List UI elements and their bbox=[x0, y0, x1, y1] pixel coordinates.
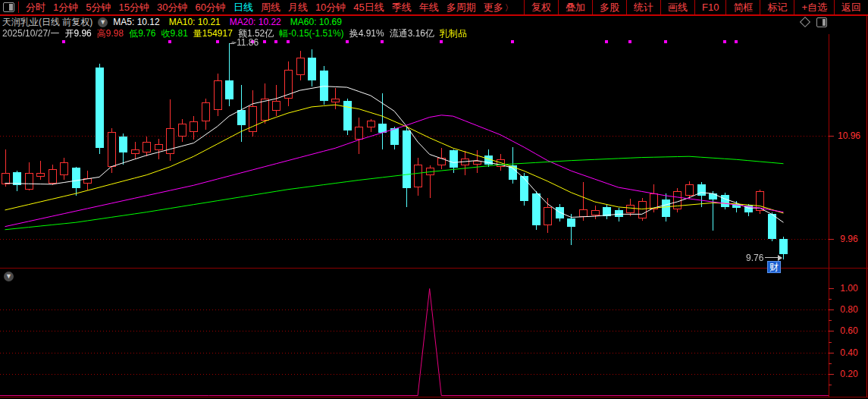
indicator-axis-tick bbox=[829, 385, 832, 385]
menu-item-period-9[interactable]: 10分钟 bbox=[315, 0, 346, 14]
toolbar-divider bbox=[18, 2, 19, 13]
chart-header-row: 天润乳业(日线 前复权) ▼ MA5: 10.12MA10: 10.21MA20… bbox=[0, 16, 868, 28]
indicator-axis-label-4: 0.20 bbox=[832, 369, 866, 379]
indicator-axis-tick bbox=[829, 331, 834, 331]
ma-value-label-0: MA5: 10.12 bbox=[113, 17, 159, 27]
chevron-right-icon: 〉 bbox=[505, 3, 513, 12]
split-window-icon[interactable] bbox=[816, 17, 827, 27]
tool-button-9[interactable]: 返回 bbox=[834, 0, 868, 14]
indicator-axis-label-2: 0.60 bbox=[832, 325, 866, 336]
ma-value-label-3: MA60: 10.69 bbox=[290, 17, 342, 27]
axis-tick bbox=[829, 239, 834, 240]
indicator-axis-tick bbox=[829, 299, 832, 300]
ma-value-label-2: MA20: 10.22 bbox=[230, 17, 281, 27]
low-price-annotation: 9.76 bbox=[746, 253, 763, 263]
quote-segment-0: 2025/10/27/一 bbox=[2, 27, 59, 40]
indicator-series-value: 0.00 bbox=[89, 272, 106, 282]
quote-segment-5: 量154917 bbox=[193, 27, 233, 40]
menu-item-period-8[interactable]: 月线 bbox=[288, 0, 308, 14]
tool-button-6[interactable]: 简框 bbox=[725, 0, 760, 14]
menu-item-period-10[interactable]: 45日线 bbox=[353, 0, 384, 14]
panel-layout-icon[interactable] bbox=[3, 2, 14, 12]
bottom-border bbox=[0, 397, 868, 397]
quote-segment-7: 幅-0.15(-1.51%) bbox=[279, 27, 343, 40]
indicator-axis-label-1: 0.80 bbox=[832, 304, 866, 315]
indicator-axis-tick bbox=[829, 288, 834, 289]
price-pointer-arrowhead bbox=[778, 255, 782, 261]
tool-button-1[interactable]: 叠加 bbox=[558, 0, 592, 14]
indicator-collapse-icon[interactable]: ▼ bbox=[4, 272, 14, 281]
menu-item-more[interactable]: 更多〉 bbox=[484, 0, 513, 15]
tool-button-8[interactable]: +自选 bbox=[794, 0, 834, 14]
tool-button-5[interactable]: F10 bbox=[694, 0, 725, 14]
finance-badge[interactable]: 财 bbox=[767, 261, 781, 273]
quote-segment-10: 乳制品 bbox=[440, 27, 467, 40]
menu-item-period-4[interactable]: 30分钟 bbox=[157, 0, 187, 14]
indicator-axis-tick bbox=[829, 363, 832, 364]
period-menu: 分时1分钟5分钟15分钟30分钟60分钟日线周线月线10分钟45日线季线年线多周… bbox=[22, 0, 480, 14]
indicator-axis-tick bbox=[829, 309, 834, 310]
indicator-chart[interactable] bbox=[0, 284, 829, 397]
menu-item-period-1[interactable]: 1分钟 bbox=[53, 0, 78, 14]
tool-button-4[interactable]: 画线 bbox=[660, 0, 694, 14]
ma-values: MA5: 10.12MA10: 10.21MA20: 10.22MA60: 10… bbox=[113, 17, 351, 27]
quote-segment-1: 开9.96 bbox=[64, 27, 91, 40]
tool-button-0[interactable]: 复权 bbox=[524, 0, 558, 14]
price-axis-label-1: 9.96 bbox=[832, 234, 866, 244]
menu-item-period-5[interactable]: 60分钟 bbox=[195, 0, 225, 14]
menu-item-period-3[interactable]: 15分钟 bbox=[118, 0, 149, 14]
indicator-axis-label-0: 1.00 bbox=[832, 283, 866, 294]
quote-bar: 2025/10/27/一开9.96高9.98低9.76收9.81量154917额… bbox=[0, 28, 834, 39]
quote-segment-4: 收9.81 bbox=[161, 27, 187, 40]
price-pointer-arrow bbox=[765, 257, 779, 258]
indicator-axis-label-3: 0.40 bbox=[832, 347, 866, 358]
axis-tick bbox=[829, 136, 834, 137]
quote-segment-2: 高9.98 bbox=[97, 27, 124, 40]
indicator-series-label: 点杀: bbox=[65, 270, 86, 283]
indicator-header: ▼ 战牛点杀1 点杀: 0.00 bbox=[2, 270, 106, 283]
menu-item-period-13[interactable]: 多周期 bbox=[447, 0, 476, 14]
menu-item-period-2[interactable]: 5分钟 bbox=[86, 0, 111, 14]
menu-item-period-7[interactable]: 周线 bbox=[261, 0, 280, 14]
menu-item-period-12[interactable]: 年线 bbox=[419, 0, 439, 14]
indicator-axis-tick bbox=[829, 353, 834, 353]
indicator-axis-tick bbox=[829, 342, 832, 343]
quote-segment-9: 流通3.16亿 bbox=[390, 27, 434, 40]
period-toolbar: 分时1分钟5分钟15分钟30分钟60分钟日线周线月线10分钟45日线季线年线多周… bbox=[0, 0, 868, 16]
price-axis-label-0: 10.96 bbox=[832, 130, 866, 141]
tool-buttons: 复权叠加多股统计画线F10简框标记+自选返回 bbox=[524, 0, 868, 14]
collapse-chevron-icon[interactable]: ▼ bbox=[98, 17, 108, 27]
panel-separator[interactable] bbox=[0, 268, 868, 269]
quote-segment-8: 换4.91% bbox=[349, 27, 384, 40]
indicator-axis-tick bbox=[829, 374, 834, 375]
menu-item-period-0[interactable]: 分时 bbox=[26, 0, 45, 14]
quote-segment-3: 低9.76 bbox=[129, 27, 155, 40]
tool-button-2[interactable]: 多股 bbox=[592, 0, 626, 14]
ma-value-label-1: MA10: 10.21 bbox=[169, 17, 221, 27]
indicator-axis-tick bbox=[829, 320, 832, 321]
menu-item-period-11[interactable]: 季线 bbox=[392, 0, 412, 14]
tool-button-3[interactable]: 统计 bbox=[626, 0, 660, 14]
tool-button-7[interactable]: 标记 bbox=[760, 0, 794, 14]
quote-segment-6: 额1.52亿 bbox=[238, 27, 274, 40]
stock-title: 天润乳业(日线 前复权) bbox=[2, 16, 92, 29]
candlestick-chart[interactable] bbox=[0, 34, 829, 268]
diamond-marker-icon[interactable] bbox=[800, 17, 810, 27]
indicator-name: 战牛点杀1 bbox=[17, 270, 59, 283]
right-border bbox=[866, 16, 867, 397]
menu-item-period-6[interactable]: 日线 bbox=[233, 0, 253, 14]
